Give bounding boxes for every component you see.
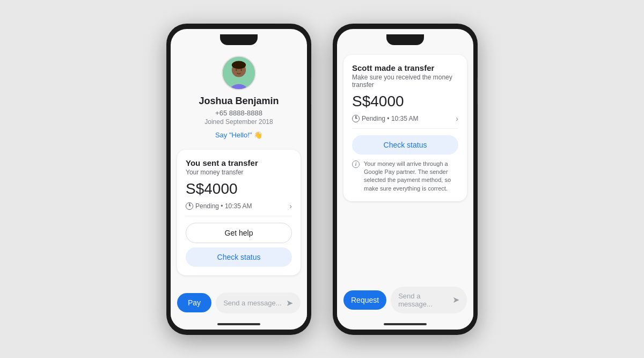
info-icon: i xyxy=(352,160,360,168)
card-status-2: Pending • 10:35 AM › xyxy=(352,114,458,129)
power-button xyxy=(311,77,311,104)
chevron-right-icon[interactable]: › xyxy=(289,202,292,210)
card-amount-2: S$4000 xyxy=(352,93,458,110)
transfer-card-2: Scott made a transfer Make sure you rece… xyxy=(343,55,467,202)
bottom-bar-2: Request Send a message... ➤ xyxy=(337,281,473,321)
home-indicator-1 xyxy=(217,323,260,325)
phone-1-frame: Joshua Benjamin +65 8888-8888 Joined Sep… xyxy=(166,24,311,335)
profile-name: Joshua Benjamin xyxy=(199,96,279,107)
card-status: Pending • 10:35 AM › xyxy=(186,202,292,216)
phone-2-frame: Scott made a transfer Make sure you rece… xyxy=(333,24,478,335)
check-status-button-2[interactable]: Check status xyxy=(352,135,458,155)
card-amount: S$4000 xyxy=(186,180,292,198)
svg-point-5 xyxy=(240,69,242,70)
card-title: You sent a transfer xyxy=(186,158,292,167)
clock-icon xyxy=(186,202,193,210)
notch-2 xyxy=(386,34,424,45)
send-icon-1: ➤ xyxy=(286,298,293,308)
message-placeholder-1: Send a message... xyxy=(223,299,281,307)
transfer-card: You sent a transfer Your money transfer … xyxy=(177,150,301,275)
phone-2-content: Scott made a transfer Make sure you rece… xyxy=(337,29,473,281)
status-text-2: Pending • 10:35 AM xyxy=(362,115,419,122)
send-icon-2: ➤ xyxy=(452,295,459,305)
card-title-2: Scott made a transfer xyxy=(352,63,458,72)
chevron-right-icon-2[interactable]: › xyxy=(456,114,458,123)
info-text: Your money will arrive through a Google … xyxy=(364,160,458,193)
phone-2-screen: Scott made a transfer Make sure you rece… xyxy=(337,29,473,330)
svg-point-4 xyxy=(236,69,237,70)
clock-icon-2 xyxy=(352,115,360,122)
request-button[interactable]: Request xyxy=(343,290,386,310)
message-input-2[interactable]: Send a message... ➤ xyxy=(391,287,467,313)
status-text: Pending • 10:35 AM xyxy=(195,202,252,210)
notch xyxy=(220,34,258,45)
home-indicator-2 xyxy=(384,323,427,325)
info-box: i Your money will arrive through a Googl… xyxy=(352,160,458,193)
bottom-bar-1: Pay Send a message... ➤ xyxy=(171,287,307,321)
card-subtitle-2: Make sure you received the money transfe… xyxy=(352,74,458,89)
card-subtitle: Your money transfer xyxy=(186,169,292,176)
svg-point-3 xyxy=(232,61,246,69)
phone-1-screen: Joshua Benjamin +65 8888-8888 Joined Sep… xyxy=(171,29,307,330)
message-placeholder-2: Send a message... xyxy=(398,292,452,308)
profile-phone: +65 8888-8888 xyxy=(215,109,262,117)
get-help-button[interactable]: Get help xyxy=(186,223,292,243)
phone-1: Joshua Benjamin +65 8888-8888 Joined Sep… xyxy=(166,24,311,335)
check-status-button-1[interactable]: Check status xyxy=(186,247,292,267)
message-input-1[interactable]: Send a message... ➤ xyxy=(216,293,301,313)
phone-1-content: Joshua Benjamin +65 8888-8888 Joined Sep… xyxy=(171,29,307,287)
phone-2: Scott made a transfer Make sure you rece… xyxy=(333,24,478,335)
avatar xyxy=(222,56,256,90)
profile-joined: Joined September 2018 xyxy=(204,118,273,126)
profile-section: Joshua Benjamin +65 8888-8888 Joined Sep… xyxy=(171,45,307,145)
pay-button[interactable]: Pay xyxy=(177,293,211,312)
say-hello-link[interactable]: Say "Hello!" 👋 xyxy=(215,131,262,139)
power-button-2 xyxy=(477,77,478,104)
